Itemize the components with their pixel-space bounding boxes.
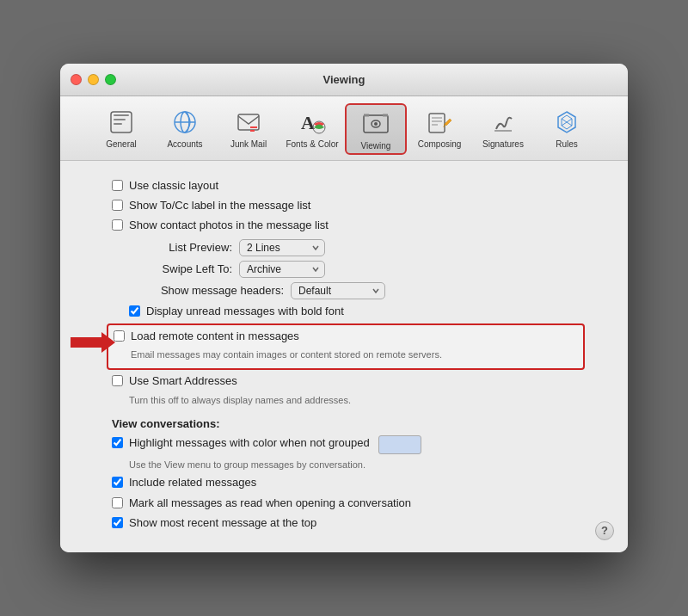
svg-rect-17	[429, 114, 445, 132]
swipe-left-select[interactable]: Archive	[239, 261, 325, 278]
general-label: General	[106, 139, 137, 149]
composing-icon	[424, 107, 455, 138]
junk-mail-label: Junk Mail	[230, 139, 267, 149]
window-controls	[71, 74, 116, 85]
composing-label: Composing	[418, 139, 462, 149]
include-related-row: Include related messages	[112, 475, 585, 490]
viewing-icon	[360, 108, 391, 139]
contact-photos-checkbox[interactable]	[112, 219, 123, 231]
load-remote-subtext: Email messages may contain images or con…	[131, 348, 578, 361]
maximize-button[interactable]	[105, 74, 116, 85]
highlight-messages-label[interactable]: Highlight messages with color when not g…	[129, 435, 370, 451]
toolbar-item-fonts-color[interactable]: A Fonts & Color	[281, 103, 343, 155]
display-unread-checkbox[interactable]	[129, 305, 140, 317]
accounts-icon	[169, 107, 200, 138]
svg-rect-3	[114, 123, 122, 125]
toolbar-item-rules[interactable]: Rules	[536, 103, 598, 155]
toolbar-item-accounts[interactable]: Accounts	[154, 103, 216, 155]
tocc-label-label[interactable]: Show To/Cc label in the message list	[129, 198, 310, 213]
contact-photos-row: Show contact photos in the message list	[112, 218, 585, 233]
show-headers-row: Show message headers: Default	[112, 282, 585, 299]
titlebar: Viewing	[60, 64, 628, 96]
svg-rect-2	[114, 119, 126, 120]
signatures-icon	[488, 107, 519, 138]
load-remote-wrapper: Load remote content in messages Email me…	[112, 323, 585, 371]
viewing-label: Viewing	[361, 141, 391, 151]
mark-as-read-row: Mark all messages as read when opening a…	[112, 496, 585, 511]
arrow-annotation	[71, 330, 115, 354]
red-arrow-icon	[71, 330, 115, 354]
toolbar-item-composing[interactable]: Composing	[408, 103, 470, 155]
minimize-button[interactable]	[88, 74, 99, 85]
tocc-label-checkbox[interactable]	[112, 200, 123, 211]
load-remote-highlight: Load remote content in messages Email me…	[107, 323, 585, 371]
list-preview-select[interactable]: 2 Lines	[239, 239, 325, 256]
toolbar-item-viewing[interactable]: Viewing	[345, 103, 407, 155]
swipe-left-label: Swipe Left To:	[112, 262, 232, 275]
conversations-section: View conversations: Highlight messages w…	[112, 417, 585, 531]
highlight-messages-row: Highlight messages with color when not g…	[112, 435, 585, 454]
include-related-checkbox[interactable]	[112, 477, 123, 488]
contact-photos-label[interactable]: Show contact photos in the message list	[129, 218, 329, 233]
load-remote-label[interactable]: Load remote content in messages	[131, 329, 299, 344]
tocc-label-row: Show To/Cc label in the message list	[112, 198, 585, 213]
list-preview-row: List Preview: 2 Lines	[112, 239, 585, 256]
svg-point-14	[374, 122, 378, 126]
list-preview-label: List Preview:	[112, 241, 232, 254]
highlight-sub: Use the View menu to group messages by c…	[129, 459, 585, 471]
toolbar-item-general[interactable]: General	[90, 103, 152, 155]
load-remote-row: Load remote content in messages	[114, 329, 578, 344]
show-headers-label: Show message headers:	[112, 284, 284, 297]
help-button[interactable]: ?	[595, 521, 614, 540]
classic-layout-checkbox[interactable]	[112, 180, 123, 191]
toolbar-item-signatures[interactable]: Signatures	[472, 103, 534, 155]
smart-addresses-subtext: Turn this off to always display names an…	[129, 394, 585, 407]
close-button[interactable]	[71, 74, 82, 85]
most-recent-checkbox[interactable]	[112, 517, 123, 528]
fonts-color-icon: A	[297, 107, 328, 138]
fonts-color-label: Fonts & Color	[286, 139, 338, 149]
general-icon	[106, 107, 137, 138]
toolbar: General Accounts	[60, 96, 628, 161]
accounts-label: Accounts	[167, 139, 202, 149]
svg-marker-27	[71, 332, 115, 353]
smart-addresses-row: Use Smart Addresses	[112, 373, 585, 389]
conversations-header: View conversations:	[112, 417, 585, 430]
swipe-left-row: Swipe Left To: Archive	[112, 261, 585, 278]
rules-label: Rules	[556, 139, 578, 149]
toolbar-item-junk-mail[interactable]: Junk Mail	[218, 103, 280, 155]
display-unread-row: Display unread messages with bold font	[129, 304, 585, 319]
classic-layout-row: Use classic layout	[112, 178, 585, 194]
settings-content: Use classic layout Show To/Cc label in t…	[60, 161, 628, 552]
rules-icon	[551, 107, 582, 138]
smart-addresses-label[interactable]: Use Smart Addresses	[129, 373, 237, 389]
mark-as-read-checkbox[interactable]	[112, 497, 123, 508]
color-swatch[interactable]	[378, 435, 421, 454]
svg-rect-1	[114, 114, 129, 116]
highlight-messages-checkbox[interactable]	[112, 437, 123, 448]
smart-addresses-checkbox[interactable]	[112, 375, 123, 386]
basic-options-section: Use classic layout Show To/Cc label in t…	[112, 178, 585, 234]
most-recent-label[interactable]: Show most recent message at the top	[129, 515, 316, 531]
preferences-window: Viewing General	[60, 64, 628, 552]
most-recent-row: Show most recent message at the top	[112, 515, 585, 531]
window-title: Viewing	[323, 73, 366, 86]
junk-mail-icon	[233, 107, 264, 138]
svg-text:A: A	[301, 112, 315, 133]
display-unread-label[interactable]: Display unread messages with bold font	[146, 304, 344, 319]
include-related-label[interactable]: Include related messages	[129, 475, 256, 490]
signatures-label: Signatures	[482, 139, 524, 149]
show-headers-select[interactable]: Default	[291, 282, 385, 299]
classic-layout-label[interactable]: Use classic layout	[129, 178, 218, 194]
mark-as-read-label[interactable]: Mark all messages as read when opening a…	[129, 496, 411, 511]
